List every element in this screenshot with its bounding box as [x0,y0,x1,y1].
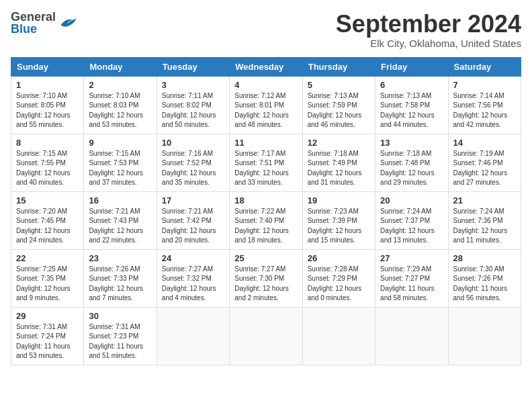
day-info: Sunrise: 7:23 AMSunset: 7:39 PMDaylight:… [308,207,370,246]
calendar-day-cell: 22Sunrise: 7:25 AMSunset: 7:35 PMDayligh… [11,249,84,307]
day-number: 17 [162,195,224,205]
day-info: Sunrise: 7:21 AMSunset: 7:42 PMDaylight:… [162,207,224,246]
day-info: Sunrise: 7:18 AMSunset: 7:48 PMDaylight:… [380,149,443,188]
calendar-day-cell: 11Sunrise: 7:17 AMSunset: 7:51 PMDayligh… [230,134,302,191]
calendar-week-row: 22Sunrise: 7:25 AMSunset: 7:35 PMDayligh… [11,249,521,307]
day-number: 14 [453,138,516,148]
day-number: 30 [89,311,151,321]
day-number: 2 [89,80,151,90]
day-number: 19 [308,195,370,205]
calendar-day-cell: 8Sunrise: 7:15 AMSunset: 7:55 PMDaylight… [11,134,84,191]
day-number: 12 [308,138,370,148]
day-info: Sunrise: 7:10 AMSunset: 8:05 PMDaylight:… [16,91,79,130]
day-number: 4 [234,80,297,90]
calendar-header-row: SundayMondayTuesdayWednesdayThursdayFrid… [11,57,521,76]
day-info: Sunrise: 7:22 AMSunset: 7:40 PMDaylight:… [234,207,297,246]
calendar-day-cell: 14Sunrise: 7:19 AMSunset: 7:46 PMDayligh… [448,134,521,191]
day-number: 20 [380,195,443,205]
day-info: Sunrise: 7:19 AMSunset: 7:46 PMDaylight:… [453,149,516,188]
day-info: Sunrise: 7:11 AMSunset: 8:02 PMDaylight:… [162,91,224,130]
day-info: Sunrise: 7:15 AMSunset: 7:53 PMDaylight:… [89,149,151,188]
day-number: 10 [162,138,224,148]
day-info: Sunrise: 7:27 AMSunset: 7:32 PMDaylight:… [162,265,224,304]
day-number: 27 [380,253,443,263]
calendar-day-cell: 4Sunrise: 7:12 AMSunset: 8:01 PMDaylight… [230,76,302,134]
day-info: Sunrise: 7:13 AMSunset: 7:58 PMDaylight:… [380,91,443,130]
calendar-day-cell: 3Sunrise: 7:11 AMSunset: 8:02 PMDaylight… [157,76,229,134]
day-number: 28 [453,253,516,263]
day-info: Sunrise: 7:21 AMSunset: 7:43 PMDaylight:… [89,207,151,246]
weekday-header: Thursday [302,57,375,76]
calendar-day-cell: 12Sunrise: 7:18 AMSunset: 7:49 PMDayligh… [302,134,375,191]
weekday-header: Tuesday [157,57,229,76]
calendar-day-cell [448,307,521,365]
calendar-day-cell: 17Sunrise: 7:21 AMSunset: 7:42 PMDayligh… [157,191,229,249]
day-number: 8 [16,138,79,148]
month-title: September 2024 [336,11,521,38]
calendar-day-cell: 16Sunrise: 7:21 AMSunset: 7:43 PMDayligh… [84,191,157,249]
calendar-day-cell: 5Sunrise: 7:13 AMSunset: 7:59 PMDaylight… [302,76,375,134]
day-number: 15 [16,195,79,205]
calendar-day-cell: 24Sunrise: 7:27 AMSunset: 7:32 PMDayligh… [157,249,229,307]
weekday-header: Sunday [11,57,84,76]
calendar-table: SundayMondayTuesdayWednesdayThursdayFrid… [11,57,521,365]
calendar-day-cell: 18Sunrise: 7:22 AMSunset: 7:40 PMDayligh… [230,191,302,249]
weekday-header: Saturday [448,57,521,76]
calendar-week-row: 15Sunrise: 7:20 AMSunset: 7:45 PMDayligh… [11,191,521,249]
location-text: Elk City, Oklahoma, United States [336,38,521,49]
day-number: 21 [453,195,516,205]
day-info: Sunrise: 7:28 AMSunset: 7:29 PMDaylight:… [308,265,370,304]
day-info: Sunrise: 7:17 AMSunset: 7:51 PMDaylight:… [234,149,297,188]
day-number: 23 [89,253,151,263]
day-info: Sunrise: 7:12 AMSunset: 8:01 PMDaylight:… [234,91,297,130]
day-info: Sunrise: 7:13 AMSunset: 7:59 PMDaylight:… [308,91,370,130]
day-number: 24 [162,253,224,263]
day-number: 25 [234,253,297,263]
day-info: Sunrise: 7:10 AMSunset: 8:03 PMDaylight:… [89,91,151,130]
calendar-week-row: 8Sunrise: 7:15 AMSunset: 7:55 PMDaylight… [11,134,521,191]
calendar-day-cell: 26Sunrise: 7:28 AMSunset: 7:29 PMDayligh… [302,249,375,307]
calendar-day-cell: 21Sunrise: 7:24 AMSunset: 7:36 PMDayligh… [448,191,521,249]
weekday-header: Friday [375,57,448,76]
calendar-day-cell [230,307,302,365]
day-info: Sunrise: 7:18 AMSunset: 7:49 PMDaylight:… [308,149,370,188]
day-number: 5 [308,80,370,90]
calendar-day-cell: 7Sunrise: 7:14 AMSunset: 7:56 PMDaylight… [448,76,521,134]
day-info: Sunrise: 7:27 AMSunset: 7:30 PMDaylight:… [234,265,297,304]
calendar-day-cell: 29Sunrise: 7:31 AMSunset: 7:24 PMDayligh… [11,307,84,365]
calendar-week-row: 29Sunrise: 7:31 AMSunset: 7:24 PMDayligh… [11,307,521,365]
calendar-day-cell: 19Sunrise: 7:23 AMSunset: 7:39 PMDayligh… [302,191,375,249]
calendar-day-cell: 2Sunrise: 7:10 AMSunset: 8:03 PMDaylight… [84,76,157,134]
logo-blue-text: Blue [11,23,56,35]
logo-general-text: General [11,11,56,23]
calendar-day-cell [375,307,448,365]
day-number: 9 [89,138,151,148]
day-info: Sunrise: 7:30 AMSunset: 7:26 PMDaylight:… [453,265,516,304]
day-number: 16 [89,195,151,205]
calendar-day-cell: 9Sunrise: 7:15 AMSunset: 7:53 PMDaylight… [84,134,157,191]
calendar-day-cell: 6Sunrise: 7:13 AMSunset: 7:58 PMDaylight… [375,76,448,134]
calendar-day-cell: 25Sunrise: 7:27 AMSunset: 7:30 PMDayligh… [230,249,302,307]
day-info: Sunrise: 7:31 AMSunset: 7:23 PMDaylight:… [89,322,151,361]
calendar-day-cell: 27Sunrise: 7:29 AMSunset: 7:27 PMDayligh… [375,249,448,307]
day-info: Sunrise: 7:31 AMSunset: 7:24 PMDaylight:… [16,322,79,361]
day-number: 6 [380,80,443,90]
calendar-week-row: 1Sunrise: 7:10 AMSunset: 8:05 PMDaylight… [11,76,521,134]
calendar-day-cell: 28Sunrise: 7:30 AMSunset: 7:26 PMDayligh… [448,249,521,307]
day-number: 1 [16,80,79,90]
day-number: 22 [16,253,79,263]
calendar-day-cell: 1Sunrise: 7:10 AMSunset: 8:05 PMDaylight… [11,76,84,134]
day-info: Sunrise: 7:25 AMSunset: 7:35 PMDaylight:… [16,265,79,304]
day-number: 26 [308,253,370,263]
day-number: 18 [234,195,297,205]
logo: General Blue [11,11,77,35]
logo-bird-icon [58,15,77,30]
weekday-header: Wednesday [230,57,302,76]
weekday-header: Monday [84,57,157,76]
calendar-day-cell: 15Sunrise: 7:20 AMSunset: 7:45 PMDayligh… [11,191,84,249]
calendar-day-cell: 23Sunrise: 7:26 AMSunset: 7:33 PMDayligh… [84,249,157,307]
calendar-day-cell: 20Sunrise: 7:24 AMSunset: 7:37 PMDayligh… [375,191,448,249]
day-info: Sunrise: 7:26 AMSunset: 7:33 PMDaylight:… [89,265,151,304]
day-number: 7 [453,80,516,90]
day-info: Sunrise: 7:14 AMSunset: 7:56 PMDaylight:… [453,91,516,130]
